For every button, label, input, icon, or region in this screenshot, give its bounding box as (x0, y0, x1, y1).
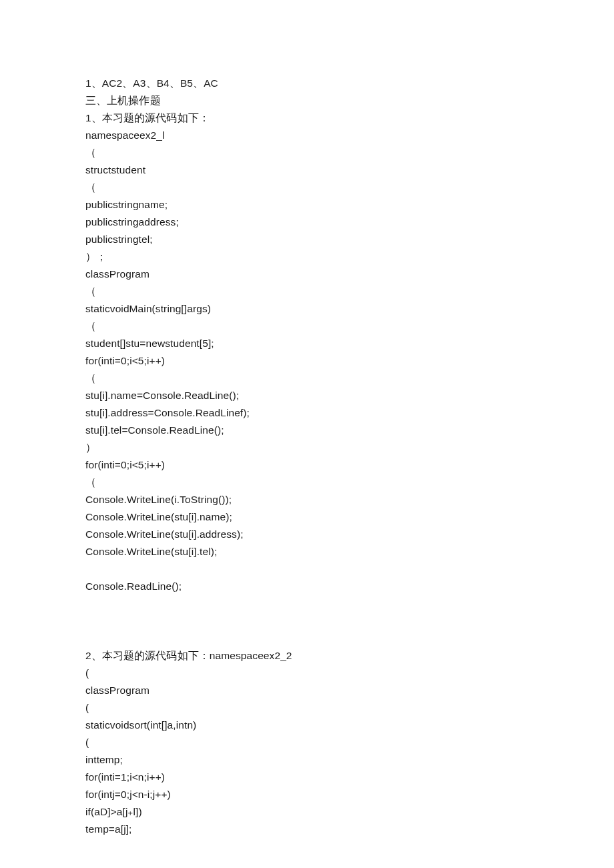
text-line: 三、上机操作题 (85, 92, 614, 109)
text-line: inttemp; (85, 751, 614, 769)
text-line: for(inti=0;i<5;i++) (85, 352, 614, 370)
text-line: classProgram (85, 682, 614, 699)
text-line: ( (85, 734, 614, 751)
text-line: stu[i].address=Console.ReadLinef); (85, 404, 614, 422)
document-body: 1、AC2、A3、B4、B5、AC三、上机操作题1、本习题的源代码如下：name… (85, 75, 614, 838)
text-line: stu[i].name=Console.ReadLine(); (85, 387, 614, 404)
text-line: 2、本习题的源代码如下：namespaceex2_2 (85, 647, 614, 665)
document-page: 1、AC2、A3、B4、B5、AC三、上机操作题1、本习题的源代码如下：name… (0, 0, 614, 868)
text-line: （ (85, 318, 614, 335)
text-line: ( (85, 699, 614, 717)
text-line: if(aD]>a[j₊l]) (85, 803, 614, 821)
text-line: （ (85, 474, 614, 491)
text-line: namespaceex2_l (85, 127, 614, 144)
blank-line (85, 560, 614, 578)
text-line: staticvoidsort(int[]a,intn) (85, 717, 614, 734)
text-line: student[]stu=newstudent[5]; (85, 335, 614, 352)
text-line: Console.WriteLine(stu[i].name); (85, 508, 614, 526)
text-line: classProgram (85, 266, 614, 283)
text-line: ）； (85, 248, 614, 266)
text-line: （ (85, 370, 614, 387)
text-line: publicstringname; (85, 196, 614, 213)
text-line: for(intj=0;j<n-i;j++) (85, 786, 614, 803)
text-line: Console.WriteLine(stu[i].tel); (85, 543, 614, 560)
text-line: for(inti=1;i<n;i++) (85, 769, 614, 786)
text-line: （ (85, 144, 614, 161)
blank-line (85, 612, 614, 630)
text-line: （ (85, 283, 614, 300)
text-line: Console.WriteLine(stu[i].address); (85, 526, 614, 543)
text-line: Console.WriteLine(i.ToString()); (85, 491, 614, 508)
text-line: staticvoidMain(string[]args) (85, 300, 614, 318)
text-line: （ (85, 179, 614, 196)
text-line: for(inti=0;i<5;i++) (85, 456, 614, 474)
text-line: ） (85, 439, 614, 456)
text-line: stu[i].tel=Console.ReadLine(); (85, 422, 614, 439)
text-line: 1、本习题的源代码如下： (85, 109, 614, 127)
text-line: Console.ReadLine(); (85, 578, 614, 595)
text-line: 1、AC2、A3、B4、B5、AC (85, 75, 614, 92)
text-line: publicstringtel; (85, 231, 614, 248)
text-line: ( (85, 665, 614, 682)
text-line: structstudent (85, 161, 614, 179)
text-line: publicstringaddress; (85, 213, 614, 231)
blank-line (85, 595, 614, 612)
blank-line (85, 630, 614, 647)
text-line: temp=a[j]; (85, 821, 614, 838)
